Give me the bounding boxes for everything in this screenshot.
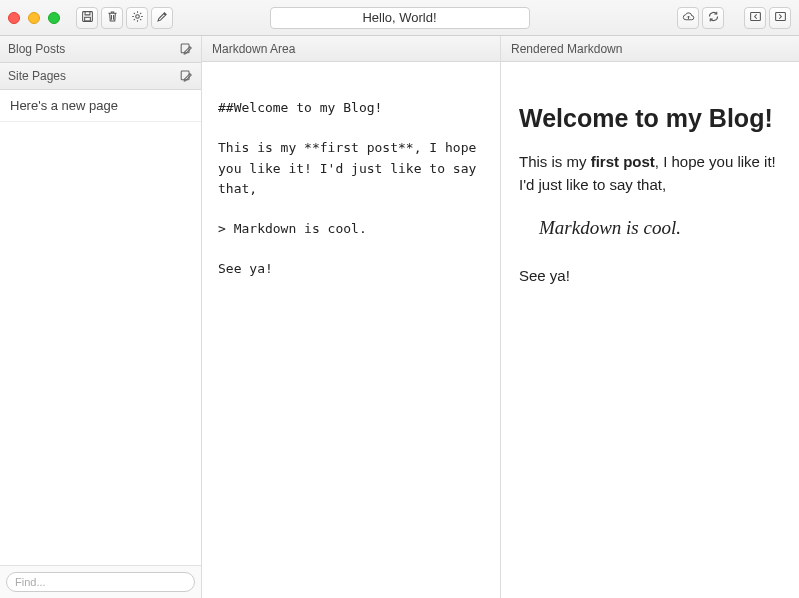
sidebar-section-site-pages[interactable]: Site Pages — [0, 63, 201, 90]
trash-icon — [106, 10, 119, 26]
sidebar-section-blog-posts[interactable]: Blog Posts — [0, 36, 201, 63]
settings-button[interactable] — [126, 7, 148, 29]
sidebar-section-label: Blog Posts — [8, 42, 65, 56]
svg-point-2 — [135, 14, 139, 18]
delete-button[interactable] — [101, 7, 123, 29]
editor-header-label: Markdown Area — [212, 42, 295, 56]
markdown-textarea[interactable] — [202, 62, 500, 598]
preview-heading: Welcome to my Blog! — [519, 104, 781, 133]
pencil-icon — [156, 10, 169, 26]
close-window-button[interactable] — [8, 12, 20, 24]
svg-rect-4 — [775, 12, 785, 20]
edit-button[interactable] — [151, 7, 173, 29]
svg-rect-1 — [84, 17, 90, 21]
save-icon — [81, 10, 94, 26]
refresh-button[interactable] — [702, 7, 724, 29]
cloud-upload-icon — [682, 10, 695, 26]
editor-column: Markdown Area — [202, 36, 500, 598]
text-strong: first post — [591, 153, 655, 170]
save-button[interactable] — [76, 7, 98, 29]
toggle-right-panel-button[interactable] — [769, 7, 791, 29]
toggle-left-panel-button[interactable] — [744, 7, 766, 29]
list-item[interactable]: Here's a new page — [0, 90, 201, 122]
compose-icon[interactable] — [179, 68, 193, 85]
preview-header-label: Rendered Markdown — [511, 42, 622, 56]
find-input[interactable] — [6, 572, 195, 592]
preview-header: Rendered Markdown — [501, 36, 799, 62]
sidebar: Blog Posts Site Pages Here's a new page — [0, 36, 202, 598]
main-area: Blog Posts Site Pages Here's a new page — [0, 36, 799, 598]
gear-icon — [131, 10, 144, 26]
svg-rect-0 — [82, 11, 92, 21]
preview-content: Welcome to my Blog! This is my first pos… — [501, 62, 799, 598]
blockquote-text: Markdown is cool. — [539, 214, 781, 243]
title-input[interactable] — [270, 7, 530, 29]
window-controls — [8, 12, 60, 24]
toolbar-right-group — [677, 7, 791, 29]
sidebar-footer — [0, 565, 201, 598]
text-run: This is my — [519, 153, 591, 170]
preview-paragraph: This is my first post, I hope you like i… — [519, 151, 781, 196]
zoom-window-button[interactable] — [48, 12, 60, 24]
compose-icon[interactable] — [179, 41, 193, 58]
preview-blockquote: Markdown is cool. — [539, 214, 781, 243]
refresh-icon — [707, 10, 720, 26]
svg-rect-3 — [750, 12, 760, 20]
titlebar — [0, 0, 799, 36]
panel-left-icon — [749, 10, 762, 26]
list-item-label: Here's a new page — [10, 98, 118, 113]
minimize-window-button[interactable] — [28, 12, 40, 24]
editor-header: Markdown Area — [202, 36, 500, 62]
sidebar-list: Here's a new page — [0, 90, 201, 122]
sidebar-section-label: Site Pages — [8, 69, 66, 83]
upload-button[interactable] — [677, 7, 699, 29]
panel-right-icon — [774, 10, 787, 26]
preview-column: Rendered Markdown Welcome to my Blog! Th… — [500, 36, 799, 598]
toolbar-left-group — [76, 7, 173, 29]
preview-paragraph: See ya! — [519, 265, 781, 288]
